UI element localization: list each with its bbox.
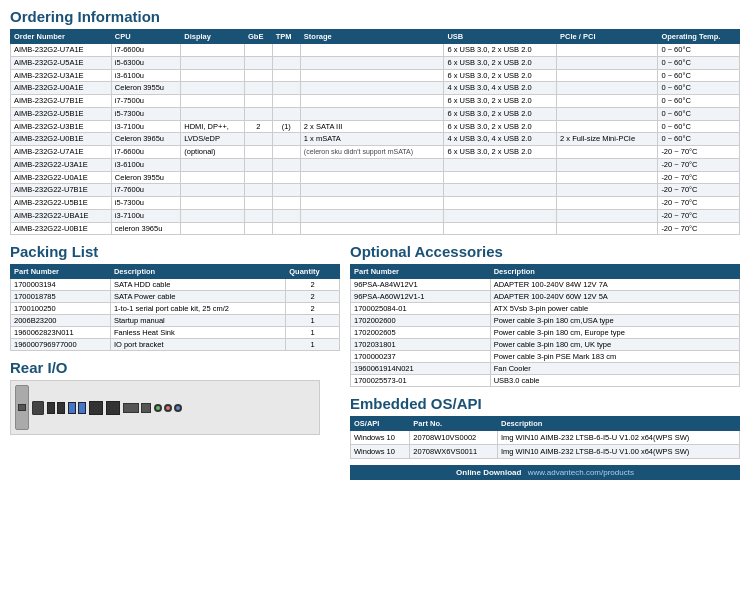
optional-row: 1960061914N021Fan Cooler	[351, 363, 740, 375]
ordering-cell-12-2	[181, 197, 245, 210]
packing-cell-4-1: Fanless Heat Sink	[110, 327, 285, 339]
optional-row: 1702002600Power cable 3-pin 180 cm,USA t…	[351, 315, 740, 327]
ordering-cell-9-2	[181, 158, 245, 171]
ordering-cell-12-4	[272, 197, 300, 210]
optional-row: 96PSA-A60W12V1-1ADAPTER 100-240V 60W 12V…	[351, 291, 740, 303]
optional-cell-6-1: Power cable 3-pin PSE Mark 183 cm	[490, 351, 739, 363]
ordering-row: AIMB-232G2-U3B1Ei3-7100uHDMI, DP++,2(1)2…	[11, 120, 740, 133]
ordering-cell-7-8: 0 ~ 60°C	[658, 133, 740, 146]
ordering-cell-2-4	[272, 69, 300, 82]
optional-cell-2-1: ATX 5Vsb 3-pin power cable	[490, 303, 739, 315]
ordering-cell-11-8: -20 ~ 70°C	[658, 184, 740, 197]
ordering-cell-5-4	[272, 107, 300, 120]
optional-section: Optional Accessories Part Number Descrip…	[350, 243, 740, 387]
ordering-row: AIMB-232G2-U5A1Ei5-6300u6 x USB 3.0, 2 x…	[11, 56, 740, 69]
packing-table: Part Number Description Quantity 1700003…	[10, 264, 340, 351]
bottom-layout: Packing List Part Number Description Qua…	[10, 243, 740, 480]
ordering-cell-10-4	[272, 171, 300, 184]
ordering-cell-5-5	[300, 107, 444, 120]
ordering-cell-1-3	[244, 56, 272, 69]
ordering-cell-0-4	[272, 44, 300, 57]
packing-cell-0-1: SATA HDD cable	[110, 279, 285, 291]
optional-cell-4-1: Power cable 3-pin 180 cm, Europe type	[490, 327, 739, 339]
embedded-col-os: OS/API	[351, 417, 410, 431]
optional-cell-4-0: 1702002605	[351, 327, 491, 339]
ordering-row: AIMB-232G22-U0B1Eceleron 3965u-20 ~ 70°C	[11, 222, 740, 235]
ordering-cell-5-0: AIMB-232G2-U5B1E	[11, 107, 112, 120]
port-usb1	[47, 402, 55, 414]
rear-bracket-left	[15, 385, 29, 430]
optional-cell-8-1: USB3.0 cable	[490, 375, 739, 387]
ordering-cell-14-7	[557, 222, 658, 235]
packing-cell-2-2: 2	[286, 303, 340, 315]
ordering-cell-3-3	[244, 82, 272, 95]
port-audio-pink	[164, 404, 172, 412]
ordering-cell-13-5	[300, 209, 444, 222]
ordering-cell-5-6: 6 x USB 3.0, 2 x USB 2.0	[444, 107, 557, 120]
ordering-col-storage: Storage	[300, 30, 444, 44]
optional-title: Optional Accessories	[350, 243, 740, 260]
ordering-cell-14-4	[272, 222, 300, 235]
ordering-cell-7-5: 1 x mSATA	[300, 133, 444, 146]
ordering-cell-8-4	[272, 146, 300, 159]
embedded-table: OS/API Part No. Description Windows 1020…	[350, 416, 740, 459]
ordering-cell-9-5	[300, 158, 444, 171]
ordering-cell-8-6: 6 x USB 3.0, 2 x USB 2.0	[444, 146, 557, 159]
ordering-cell-9-1: i3-6100u	[111, 158, 180, 171]
ordering-cell-5-3	[244, 107, 272, 120]
ordering-cell-1-1: i5-6300u	[111, 56, 180, 69]
ordering-cell-3-1: Celeron 3955u	[111, 82, 180, 95]
packing-row: 2006B23200Startup manual1	[11, 315, 340, 327]
ordering-cell-4-5	[300, 95, 444, 108]
port-group-lan	[89, 401, 103, 415]
ordering-cell-12-1: i5-7300u	[111, 197, 180, 210]
ordering-cell-8-0: AIMB-232G2-U7A1E	[11, 146, 112, 159]
online-download-label: Online Download	[456, 468, 521, 477]
optional-row: 96PSA-A84W12V1ADAPTER 100-240V 84W 12V 7…	[351, 279, 740, 291]
ordering-cell-10-6	[444, 171, 557, 184]
ordering-cell-2-2	[181, 69, 245, 82]
ordering-cell-6-7	[557, 120, 658, 133]
optional-cell-3-0: 1702002600	[351, 315, 491, 327]
right-column: Optional Accessories Part Number Descrip…	[350, 243, 740, 480]
port-hdmi	[123, 403, 139, 413]
ordering-cell-13-1: i3-7100u	[111, 209, 180, 222]
port-group-audio	[154, 404, 182, 412]
embedded-cell-0-0: Windows 10	[351, 431, 410, 445]
optional-cell-0-1: ADAPTER 100-240V 84W 12V 7A	[490, 279, 739, 291]
embedded-section: Embedded OS/API OS/API Part No. Descript…	[350, 395, 740, 459]
ordering-cell-7-3	[244, 133, 272, 146]
ordering-cell-2-7	[557, 69, 658, 82]
optional-row: 1702002605Power cable 3-pin 180 cm, Euro…	[351, 327, 740, 339]
packing-row: 1700018785SATA Power cable2	[11, 291, 340, 303]
ordering-cell-7-7: 2 x Full-size Mini-PCIe	[557, 133, 658, 146]
ordering-cell-3-7	[557, 82, 658, 95]
ordering-cell-12-7	[557, 197, 658, 210]
packing-cell-5-2: 1	[286, 339, 340, 351]
ordering-cell-1-7	[557, 56, 658, 69]
ordering-cell-13-3	[244, 209, 272, 222]
online-download-url[interactable]: www.advantech.com/products	[528, 468, 634, 477]
ordering-title: Ordering Information	[10, 8, 740, 25]
optional-row: 1700025573-01USB3.0 cable	[351, 375, 740, 387]
port-group-usb2	[68, 402, 86, 414]
ordering-col-gbe: GbE	[244, 30, 272, 44]
ordering-cell-8-7	[557, 146, 658, 159]
ordering-cell-13-7	[557, 209, 658, 222]
ordering-cell-11-5	[300, 184, 444, 197]
ordering-row: AIMB-232G22-U0A1ECeleron 3955u-20 ~ 70°C	[11, 171, 740, 184]
ordering-cell-6-2: HDMI, DP++,	[181, 120, 245, 133]
ordering-cell-0-8: 0 ~ 60°C	[658, 44, 740, 57]
packing-row: 1960062823N011Fanless Heat Sink1	[11, 327, 340, 339]
ordering-cell-2-6: 6 x USB 3.0, 2 x USB 2.0	[444, 69, 557, 82]
optional-cell-7-1: Fan Cooler	[490, 363, 739, 375]
ordering-cell-14-6	[444, 222, 557, 235]
ordering-cell-13-8: -20 ~ 70°C	[658, 209, 740, 222]
ordering-row: AIMB-232G22-U3A1Ei3-6100u-20 ~ 70°C	[11, 158, 740, 171]
ordering-cell-3-4	[272, 82, 300, 95]
ordering-cell-11-4	[272, 184, 300, 197]
packing-title: Packing List	[10, 243, 340, 260]
ordering-cell-2-5	[300, 69, 444, 82]
port-serial1	[32, 401, 44, 415]
ordering-cell-1-5	[300, 56, 444, 69]
